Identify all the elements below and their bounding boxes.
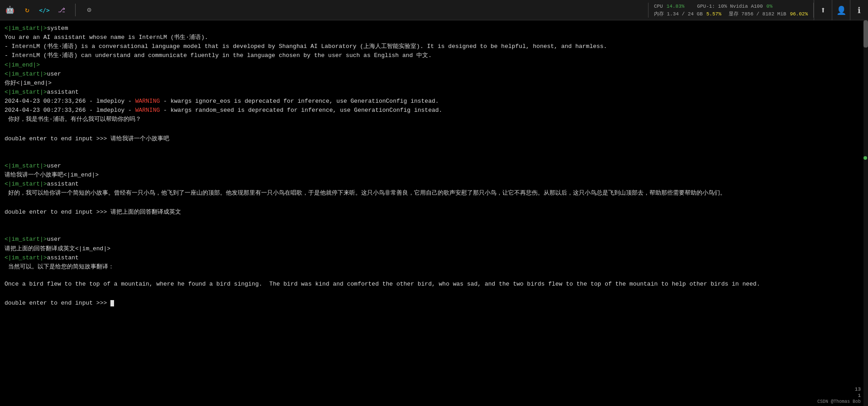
cpu-label: CPU [654, 3, 663, 10]
system-line-3: - InternLM (书生·浦语) can understand and co… [5, 51, 863, 60]
im-start-assistant-2: <|im_start|>assistant [5, 180, 863, 189]
mem-percent: 5.57% [706, 10, 721, 18]
branch-icon[interactable]: ⎇ [55, 4, 68, 16]
info-icon[interactable]: ℹ [850, 0, 868, 20]
blank-1 [5, 124, 863, 133]
system-line-2: - InternLM (书生·浦语) is a conversational l… [5, 42, 863, 51]
assistant-reply-1: 你好，我是书生·浦语。有什么我可以帮助你的吗？ [5, 115, 863, 124]
gpu-value: 0% [767, 3, 773, 10]
mem-label: 内存 1.34 / 24 GB [654, 10, 703, 18]
col-number: 1 [858, 393, 861, 398]
sys-stats: CPU 14.83% GPU-1: 10% Nvidia A100 0% 内存 … [648, 3, 814, 18]
refresh-icon[interactable]: ↻ [21, 4, 33, 16]
im-start-user-1: <|im_start|>user [5, 70, 863, 79]
blank-4 [5, 198, 863, 206]
blank-8 [5, 289, 863, 297]
blank-5 [5, 219, 863, 227]
topbar-icons: 🤖 ↻ </> ⎇ ⊙ [4, 4, 95, 16]
user-icon[interactable]: 👤 [832, 0, 850, 20]
user-msg-2: 请给我讲一个小故事吧<|im_end|> [5, 171, 863, 180]
cursor [110, 300, 114, 306]
user-msg-1: 你好<|im_end|> [5, 79, 863, 88]
target-icon[interactable]: ⊙ [83, 4, 95, 16]
code-icon[interactable]: </> [38, 4, 51, 16]
scrollbar-track[interactable] [863, 20, 868, 406]
divider [75, 4, 76, 16]
im-start-assistant-3: <|im_start|>assistant [5, 253, 863, 263]
warning-line-1: 2024-04-23 00:27:33,266 - lmdeploy - WAR… [5, 97, 863, 106]
topbar: 🤖 ↻ </> ⎇ ⊙ CPU 14.83% GPU-1: 10% Nvidia… [0, 0, 868, 20]
blank-7 [5, 272, 863, 280]
user-msg-3: 请把上面的回答翻译成英文<|im_end|> [5, 244, 863, 253]
input-prompt-2[interactable]: double enter to end input >>> 请把上面的回答翻译成… [5, 208, 863, 217]
blank-6 [5, 227, 863, 235]
im-start-assistant-1: <|im_start|>assistant [5, 88, 863, 97]
assistant-reply-3-english: Once a bird flew to the top of a mountai… [5, 280, 863, 289]
gpu-label: GPU-1: 10% Nvidia A100 [697, 3, 763, 10]
scrollbar-thumb[interactable] [863, 20, 868, 48]
logo-icon[interactable]: 🤖 [4, 4, 16, 16]
topbar-right: CPU 14.83% GPU-1: 10% Nvidia A100 0% 内存 … [648, 0, 868, 20]
cpu-value: 14.83% [667, 3, 685, 10]
im-end-system: <|im_end|> [5, 61, 863, 70]
assistant-reply-3-intro: 当然可以。以下是给您的简短故事翻译： [5, 263, 863, 272]
active-input-prompt[interactable]: double enter to end input >>> [5, 299, 863, 308]
upload-icon[interactable]: ⬆ [814, 0, 832, 20]
watermark: CSDN @Thomas Bob [817, 399, 861, 404]
green-status-dot [863, 156, 867, 160]
line-number: 13 [855, 387, 861, 392]
system-line-1: You are an AI assistant whose name is In… [5, 33, 863, 42]
assistant-reply-2: 好的，我可以给你讲一个简短的小故事。曾经有一只小鸟，他飞到了一座山的顶部。他发现… [5, 189, 863, 198]
warning-line-2: 2024-04-23 00:27:33,266 - lmdeploy - WAR… [5, 106, 863, 115]
input-prompt-1[interactable]: double enter to end input >>> 请给我讲一个小故事吧 [5, 134, 863, 143]
blank-2 [5, 145, 863, 153]
vram-label: 显存 7856 / 8182 MiB [729, 10, 787, 18]
blank-3 [5, 153, 863, 162]
bottom-right-labels: 13 1 CSDN @Thomas Bob [817, 387, 861, 404]
im-start-user-2: <|im_start|>user [5, 162, 863, 171]
im-start-user-3: <|im_start|>user [5, 235, 863, 244]
im-start-system: <|im_start|>system [5, 24, 863, 33]
terminal[interactable]: <|im_start|>system You are an AI assista… [0, 20, 868, 406]
vram-percent: 96.02% [790, 10, 808, 18]
